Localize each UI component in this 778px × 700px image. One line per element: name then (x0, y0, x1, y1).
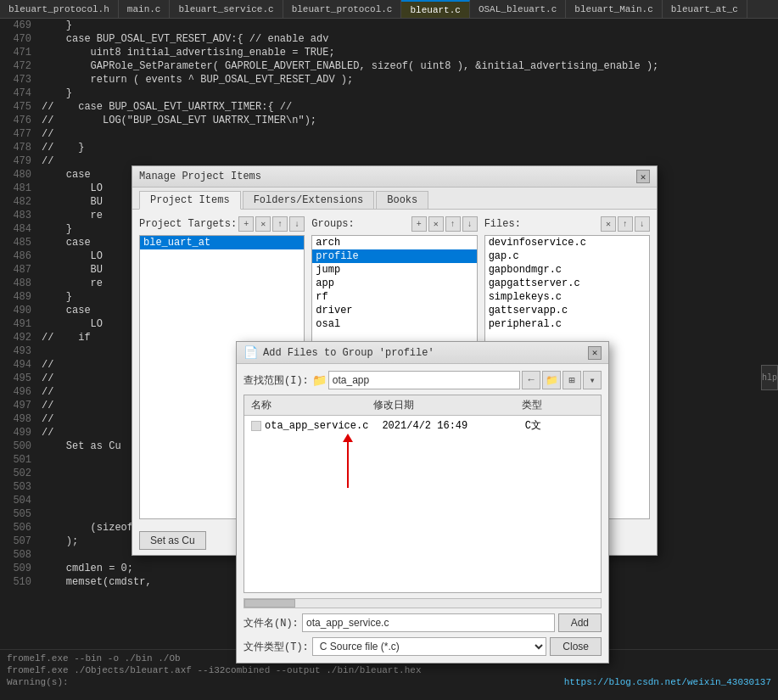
file-item-gattservapp[interactable]: gattservapp.c (485, 304, 649, 317)
add-files-close-btn[interactable]: ✕ (588, 346, 602, 360)
line-number: 506 (0, 521, 38, 535)
set-as-current-btn[interactable]: Set as Cu (139, 531, 206, 550)
file-item-gapgattserver[interactable]: gapgattserver.c (485, 277, 649, 290)
tab-bleuart-at-c[interactable]: bleuart_at_c (663, 0, 747, 18)
file-item-gap[interactable]: gap.c (485, 249, 649, 263)
files-delete-btn[interactable]: ✕ (601, 216, 616, 232)
code-line: 475// case BUP_OSAL_EVT_UARTRX_TIMER:{ /… (0, 100, 778, 114)
tab-bleuart-protocol-c[interactable]: bleuart_protocol.c (283, 0, 402, 18)
line-content (38, 548, 42, 562)
line-number: 482 (0, 195, 38, 209)
add-button[interactable]: Add (558, 613, 602, 632)
line-content: // (38, 385, 53, 399)
line-content: case (38, 168, 91, 182)
filetype-select-wrap: C Source file (*.c) (312, 637, 547, 656)
filename-input[interactable] (302, 613, 555, 632)
line-number: 490 (0, 304, 38, 317)
tab-bleuart-main-c[interactable]: bleuart_Main.c (566, 0, 662, 18)
file-item-peripheral[interactable]: peripheral.c (485, 317, 649, 331)
line-number: 504 (0, 494, 38, 507)
file-name: ota_app_service.c (265, 420, 368, 432)
group-item-rf[interactable]: rf (312, 290, 476, 304)
file-item-simplekeys[interactable]: simplekeys.c (485, 290, 649, 304)
filetype-row: 文件类型(T): C Source file (*.c) Close (243, 637, 602, 656)
line-content: // (38, 127, 53, 141)
line-content: } (38, 87, 72, 100)
manage-dialog-close[interactable]: ✕ (636, 170, 650, 183)
search-label: 查找范围(I): (243, 373, 309, 388)
file-date: 2021/4/2 16:49 (375, 419, 518, 433)
group-item-driver[interactable]: driver (312, 304, 476, 317)
close-button[interactable]: Close (550, 637, 602, 656)
line-number: 503 (0, 480, 38, 494)
group-item-osal[interactable]: osal (312, 317, 476, 331)
line-content: LO (38, 317, 103, 331)
file-item-devinfoservice[interactable]: devinfoservice.c (485, 236, 649, 249)
line-number: 505 (0, 507, 38, 521)
line-number: 483 (0, 209, 38, 222)
tab-bleuart-service-c[interactable]: bleuart_service.c (170, 0, 283, 18)
line-number: 478 (0, 141, 38, 154)
line-content: BU (38, 263, 103, 277)
line-number: 500 (0, 440, 38, 453)
add-files-titlebar[interactable]: 📄 Add Files to Group 'profile' ✕ (237, 342, 608, 364)
group-item-profile[interactable]: profile (312, 249, 476, 263)
tab-bar: bleuart_protocol.hmain.cbleuart_service.… (0, 0, 778, 19)
line-content: case (38, 236, 91, 249)
tab-bleuart-c[interactable]: bleuart.c (401, 0, 469, 18)
tab-project-items[interactable]: Project Items (139, 191, 241, 210)
col-type: 类型 (515, 397, 601, 413)
tab-bleuart-protocol-h[interactable]: bleuart_protocol.h (0, 0, 119, 18)
line-content: // } (38, 141, 84, 154)
line-content: Set as Cu (38, 440, 121, 453)
group-item-arch[interactable]: arch (312, 236, 476, 249)
group-item-app[interactable]: app (312, 277, 476, 290)
targets-down-btn[interactable]: ↓ (289, 216, 305, 232)
right-hint[interactable]: hlp (761, 365, 778, 390)
status-line-3: Warning(s): (7, 677, 69, 687)
line-number: 474 (0, 87, 38, 100)
view-dropdown-btn[interactable]: ▾ (583, 371, 602, 389)
filetype-label: 文件类型(T): (243, 640, 309, 654)
group-item-jump[interactable]: jump (312, 263, 476, 277)
targets-up-btn[interactable]: ↑ (272, 216, 288, 232)
status-url[interactable]: https://blog.csdn.net/weixin_43030137 (564, 677, 771, 687)
add-file-row[interactable]: ota_app_service.c 2021/4/2 16:49 C文 (244, 416, 601, 435)
add-files-icon: 📄 (243, 345, 258, 360)
files-down-btn[interactable]: ↓ (635, 216, 650, 232)
create-folder-btn[interactable]: 📁 (542, 371, 561, 389)
filetype-select[interactable]: C Source file (*.c) (312, 637, 547, 656)
line-number: 488 (0, 277, 38, 290)
code-line: 469 } (0, 19, 778, 32)
groups-add-btn[interactable]: + (411, 216, 427, 232)
manage-dialog-title: Manage Project Items (139, 171, 261, 182)
add-scrollbar[interactable] (243, 598, 602, 608)
file-item-gapbondmgr[interactable]: gapbondmgr.c (485, 263, 649, 277)
file-type: C文 (518, 417, 601, 434)
manage-dialog-titlebar[interactable]: Manage Project Items ✕ (132, 166, 657, 188)
line-number: 477 (0, 127, 38, 141)
groups-header: Groups: + ✕ ↑ ↓ (311, 216, 477, 232)
tab-osal-bleuart-c[interactable]: OSAL_bleuart.c (470, 0, 566, 18)
line-number: 485 (0, 236, 38, 249)
line-content: uint8 initial_advertising_enable = TRUE; (38, 46, 335, 59)
search-path-input[interactable] (328, 371, 520, 389)
col-date: 修改日期 (367, 397, 515, 413)
groups-up-btn[interactable]: ↑ (445, 216, 461, 232)
target-item[interactable]: ble_uart_at (140, 236, 304, 249)
groups-delete-btn[interactable]: ✕ (428, 216, 444, 232)
files-up-btn[interactable]: ↑ (618, 216, 633, 232)
tab-folders-extensions[interactable]: Folders/Extensions (243, 191, 375, 209)
targets-delete-btn[interactable]: ✕ (255, 216, 271, 232)
tab-books[interactable]: Books (376, 191, 428, 209)
groups-down-btn[interactable]: ↓ (462, 216, 478, 232)
view-btn[interactable]: ⊞ (563, 371, 581, 389)
code-line: 470 case BUP_OSAL_EVT_RESET_ADV:{ // ena… (0, 32, 778, 46)
line-number: 509 (0, 562, 38, 575)
tab-main-c[interactable]: main.c (119, 0, 171, 18)
line-number: 480 (0, 168, 38, 182)
back-btn[interactable]: ← (522, 371, 540, 389)
line-content: re (38, 277, 103, 290)
line-content: // LOG("BUP_OSAL_EVT UARTRX_TIMER\n"); (38, 114, 316, 127)
targets-add-btn[interactable]: + (238, 216, 254, 232)
